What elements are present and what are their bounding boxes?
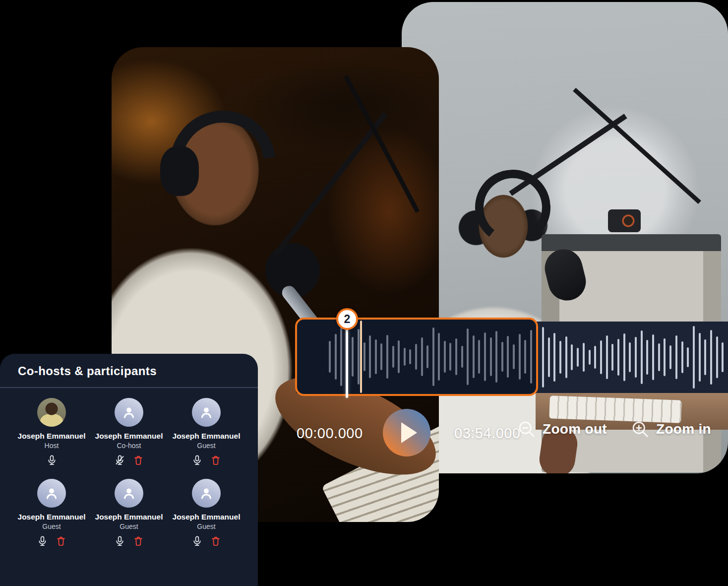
waveform-bar xyxy=(699,333,701,382)
participant-actions xyxy=(168,535,245,547)
mic-toggle-button[interactable] xyxy=(191,454,203,466)
waveform-bar xyxy=(340,327,342,386)
waveform-bar xyxy=(704,339,706,375)
mic-boom-arm-shape xyxy=(344,75,420,213)
waveform-bars-selection xyxy=(329,320,532,394)
person-icon xyxy=(198,485,214,501)
headphones-earcup-shape xyxy=(160,146,199,196)
participant-name: Joseph Emmanuel xyxy=(13,432,90,441)
trash-icon xyxy=(210,455,221,466)
participant-avatar xyxy=(115,479,143,508)
waveform-bar xyxy=(398,340,400,373)
waveform-bar xyxy=(629,342,631,372)
waveform-bar xyxy=(669,345,671,369)
waveform-bar xyxy=(652,334,654,380)
waveform-bar xyxy=(675,335,677,379)
waveform-bar xyxy=(565,336,567,378)
participant-role: Host xyxy=(13,442,90,450)
waveform-bar xyxy=(369,335,371,378)
mic-toggle-button[interactable] xyxy=(46,454,58,466)
participant-role: Guest xyxy=(90,522,168,530)
waveform-bar xyxy=(455,338,457,375)
person-icon xyxy=(121,404,137,420)
waveform-bar xyxy=(524,340,526,374)
waveform-bar xyxy=(600,340,602,374)
participant-name: Joseph Emmanuel xyxy=(168,513,245,521)
waveform-bar xyxy=(473,335,475,378)
zoom-in-button[interactable]: Zoom in xyxy=(631,420,711,439)
mic-toggle-button[interactable] xyxy=(191,535,203,547)
remove-participant-button[interactable] xyxy=(56,535,66,547)
trash-icon xyxy=(133,535,144,547)
selection-secondary-cursor[interactable] xyxy=(360,321,362,393)
waveform-bar xyxy=(553,333,555,382)
waveform-bar xyxy=(507,336,509,378)
waveform-bar xyxy=(519,334,521,380)
waveform-bar xyxy=(542,327,544,388)
zoom-out-label: Zoom out xyxy=(543,421,607,437)
waveform-bar xyxy=(386,335,388,379)
mic-toggle-button[interactable] xyxy=(114,454,125,466)
waveform-bar xyxy=(438,333,440,381)
waveform-bar xyxy=(461,346,463,368)
waveform-bar xyxy=(559,341,561,374)
keyboard-shape xyxy=(549,395,681,423)
waveform-bar xyxy=(352,337,354,377)
mic-toggle-button[interactable] xyxy=(37,535,48,547)
waveform-bar xyxy=(495,331,497,383)
waveform-bar xyxy=(335,334,337,380)
participant-card: Joseph Emmanuel Guest xyxy=(90,479,168,547)
waveform-bar xyxy=(415,344,417,370)
panel-title: Co-hosts & participants xyxy=(0,354,258,378)
waveform-bar xyxy=(623,333,625,381)
zoom-out-icon xyxy=(517,420,536,439)
playhead-line[interactable] xyxy=(346,318,348,398)
studio-photo-right xyxy=(402,2,728,473)
remove-participant-button[interactable] xyxy=(133,535,144,547)
waveform-bar xyxy=(617,339,619,376)
waveform-bar xyxy=(646,340,648,375)
current-time: 00:00.000 xyxy=(297,425,363,442)
person-icon xyxy=(198,404,214,420)
participant-actions xyxy=(13,535,90,547)
waveform-bar xyxy=(681,341,683,373)
remove-participant-button[interactable] xyxy=(210,535,221,547)
waveform-bar xyxy=(421,337,423,376)
waveform-bar xyxy=(635,337,637,378)
trash-icon xyxy=(210,535,221,547)
waveform-bar xyxy=(594,346,596,369)
remove-participant-button[interactable] xyxy=(210,454,221,466)
waveform-bar xyxy=(392,346,394,368)
participant-role: Guest xyxy=(168,442,245,450)
marker-badge[interactable]: 2 xyxy=(336,308,358,330)
waveform-bar xyxy=(380,343,382,370)
waveform-bar xyxy=(490,337,492,376)
play-button[interactable] xyxy=(383,409,430,456)
waveform-bar xyxy=(658,343,660,371)
waveform-bar xyxy=(611,344,613,371)
waveform-bar xyxy=(358,329,360,385)
mic-icon xyxy=(191,455,203,466)
waveform-bar xyxy=(432,327,434,386)
waveform-bar xyxy=(693,326,695,389)
waveform-bar xyxy=(484,332,486,381)
mic-toggle-button[interactable] xyxy=(114,535,125,547)
waveform-selection-box[interactable] xyxy=(295,318,538,396)
waveform-bar xyxy=(687,347,689,367)
waveform-bar xyxy=(710,330,712,385)
participant-card: Joseph Emmanuel Co-host xyxy=(90,398,168,466)
participant-name: Joseph Emmanuel xyxy=(168,432,245,441)
waveform-bar xyxy=(589,350,591,365)
zoom-out-button[interactable]: Zoom out xyxy=(517,420,607,439)
zoom-in-icon xyxy=(631,420,650,439)
participant-avatar xyxy=(192,398,221,427)
participant-card: Joseph Emmanuel Guest xyxy=(168,479,245,547)
remove-participant-button[interactable] xyxy=(133,454,144,466)
participant-actions xyxy=(168,454,245,466)
participant-avatar xyxy=(37,398,66,427)
mic-boom-arm-shape xyxy=(273,112,387,256)
participant-card: Joseph Emmanuel Host xyxy=(13,398,90,466)
participant-avatar xyxy=(115,398,143,427)
waveform-bar xyxy=(449,343,451,371)
waveform-bar xyxy=(577,348,579,367)
